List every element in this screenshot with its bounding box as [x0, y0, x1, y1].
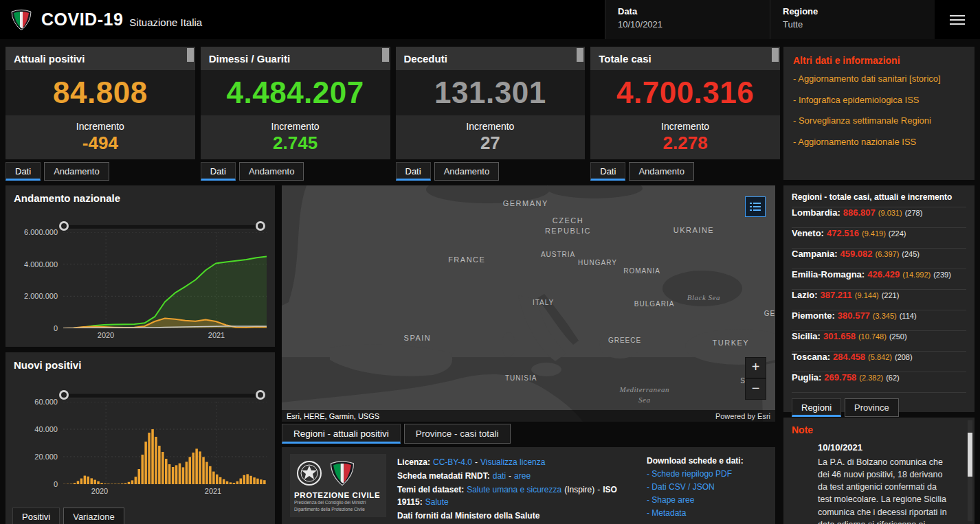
andamento-chart[interactable] — [63, 232, 267, 328]
map-label-france: FRANCE — [448, 255, 485, 264]
region-increment: (5.842) — [868, 353, 892, 361]
slider-handle-right[interactable] — [256, 221, 265, 231]
tab-province[interactable]: Province — [845, 398, 899, 417]
card-scrollbar[interactable] — [382, 48, 389, 62]
region-row-campania[interactable]: Campania: 459.082 (6.397) (245) — [792, 249, 966, 269]
map-canvas[interactable] — [282, 185, 775, 422]
region-total: 472.516 — [827, 228, 859, 238]
iso-salute-link[interactable]: Salute — [425, 497, 449, 507]
metadata-link[interactable]: - Metadata — [647, 508, 767, 518]
region-increment: (9.031) — [878, 209, 902, 217]
tab-variazione[interactable]: Variazione — [63, 508, 124, 524]
tab-dati[interactable]: Dati — [201, 162, 236, 181]
footer-logo-title: PROTEZIONE CIVILE — [294, 491, 382, 499]
card-title-text: Deceduti — [404, 53, 447, 65]
slider-handle-left[interactable] — [59, 221, 69, 231]
region-increment: (3.345) — [873, 312, 897, 320]
footer-panel: PROTEZIONE CIVILE Presidenza del Consigl… — [282, 447, 775, 524]
slider-track[interactable] — [63, 393, 261, 398]
region-row-veneto[interactable]: Veneto: 472.516 (9.419) (224) — [792, 228, 966, 249]
increment-label: Incremento — [5, 121, 195, 132]
region-daily: (208) — [895, 353, 913, 361]
map-label-germany: GERMANY — [503, 199, 548, 207]
link-infografica-iss[interactable]: - Infografica epidemiologica ISS — [793, 94, 958, 106]
region-total: 301.658 — [823, 331, 856, 341]
nuovi-positivi-chart[interactable] — [63, 402, 267, 484]
ytick: 0 — [8, 480, 58, 488]
map-label-romania: ROMANIA — [623, 266, 660, 274]
zoom-in-button[interactable]: + — [745, 357, 766, 378]
menu-icon[interactable] — [935, 0, 980, 39]
region-increment: (14.992) — [902, 271, 931, 279]
andamento-time-slider[interactable] — [59, 221, 265, 231]
salute-umana-link[interactable]: Salute umana e sicurezza — [467, 485, 561, 494]
region-daily: (245) — [902, 250, 920, 258]
region-row-emilia-romagna[interactable]: Emilia-Romagna: 426.429 (14.992) (239) — [792, 269, 966, 290]
link-aggiornamento-nazionale-iss[interactable]: - Aggiornamento nazionale ISS — [793, 136, 958, 148]
cc-by-link[interactable]: CC-BY-4.0 — [433, 457, 472, 467]
region-row-lombardia[interactable]: Lombardia: 886.807 (9.031) (278) — [792, 207, 966, 228]
schede-riepilogo-pdf-link[interactable]: - Schede riepilogo PDF — [647, 469, 767, 479]
region-selector[interactable]: Regione Tutte — [770, 0, 935, 39]
xtick: 2020 — [91, 487, 108, 495]
region-name: Toscana: — [792, 352, 830, 362]
slider-handle-left[interactable] — [59, 390, 69, 400]
region-total: 269.758 — [824, 372, 856, 383]
tab-regioni[interactable]: Regioni — [792, 398, 841, 417]
legend-button[interactable] — [745, 196, 766, 217]
slider-track[interactable] — [63, 224, 261, 229]
tab-dati[interactable]: Dati — [396, 162, 431, 181]
shape-aree-link[interactable]: - Shape aree — [647, 495, 767, 505]
map-section: GERMANY CZECH REPUBLIC AUSTRIA HUNGARY U… — [282, 185, 775, 444]
link-sorveglianza-regioni[interactable]: - Sorveglianza settimanale Regioni — [793, 115, 958, 127]
region-row-toscana[interactable]: Toscana: 284.458 (5.842) (208) — [792, 352, 966, 372]
separator: - — [475, 457, 478, 467]
themes-label: Temi del dataset: — [397, 485, 464, 494]
tab-regioni-attuali-positivi[interactable]: Regioni - attuali positivi — [282, 424, 401, 444]
date-selector[interactable]: Data 10/10/2021 — [605, 0, 770, 39]
map-label-black-sea: Black Sea — [687, 293, 720, 301]
ytick: 40.000 — [8, 425, 58, 433]
card-scrollbar[interactable] — [187, 48, 194, 62]
note-scrollbar-thumb[interactable] — [968, 433, 972, 477]
region-name: Puglia: — [792, 372, 821, 383]
card-title: Dimessi / Guariti — [201, 47, 390, 70]
region-daily: (224) — [889, 229, 906, 238]
card-scrollbar[interactable] — [772, 48, 779, 62]
map-label-bulgaria: BULGARIA — [634, 300, 675, 308]
metadata-aree-link[interactable]: aree — [514, 471, 531, 481]
separator: - — [509, 471, 511, 481]
dati-csv-json-link[interactable]: - Dati CSV / JSON — [647, 482, 767, 492]
regioni-panel: Regioni - totale casi, attuali e increme… — [783, 185, 975, 412]
note-panel: Note 10/10/2021 La P.A. di Bolzano comun… — [783, 418, 975, 524]
region-row-lazio[interactable]: Lazio: 387.211 (9.144) (221) — [792, 290, 966, 310]
metadata-dati-link[interactable]: dati — [493, 471, 506, 481]
tab-dati[interactable]: Dati — [5, 162, 41, 181]
region-row-piemonte[interactable]: Piemonte: 380.577 (3.345) (114) — [792, 310, 966, 331]
region-name: Emilia-Romagna: — [792, 269, 865, 280]
inspire-text: (Inspire) — [564, 485, 594, 494]
card-scrollbar[interactable] — [577, 48, 583, 62]
tab-andamento[interactable]: Andamento — [44, 162, 109, 181]
protezione-civile-logo-icon — [10, 8, 33, 32]
card-dimessi-guariti: Dimessi / Guariti 4.484.207 Incremento 2… — [201, 47, 390, 181]
tab-province-casi-totali[interactable]: Province - casi totali — [404, 424, 511, 444]
region-row-sicilia[interactable]: Sicilia: 301.658 (10.748) (250) — [792, 331, 966, 352]
tab-positivi[interactable]: Positivi — [12, 508, 60, 524]
link-aggiornamento-dati-sanitari[interactable]: - Aggiornamento dati sanitari [storico] — [793, 73, 958, 85]
tab-andamento[interactable]: Andamento — [239, 162, 304, 181]
region-increment: (6.397) — [875, 250, 899, 258]
tab-dati[interactable]: Dati — [590, 162, 625, 181]
zoom-out-button[interactable]: − — [745, 378, 766, 400]
slider-handle-right[interactable] — [256, 390, 265, 400]
ytick: 20.000 — [8, 453, 58, 461]
europe-map[interactable]: GERMANY CZECH REPUBLIC AUSTRIA HUNGARY U… — [282, 185, 775, 422]
powered-by-esri[interactable]: Powered by Esri — [715, 412, 770, 420]
region-name: Piemonte: — [792, 310, 835, 321]
visualizza-licenza-link[interactable]: Visualizza licenza — [480, 457, 546, 467]
tab-andamento[interactable]: Andamento — [629, 162, 694, 181]
region-row-puglia[interactable]: Puglia: 269.758 (2.382) (62) — [792, 372, 966, 393]
footer-download-block: Download schede e dati: - Schede riepilo… — [647, 454, 767, 517]
tab-andamento[interactable]: Andamento — [434, 162, 500, 181]
nuovi-time-slider[interactable] — [59, 390, 265, 400]
